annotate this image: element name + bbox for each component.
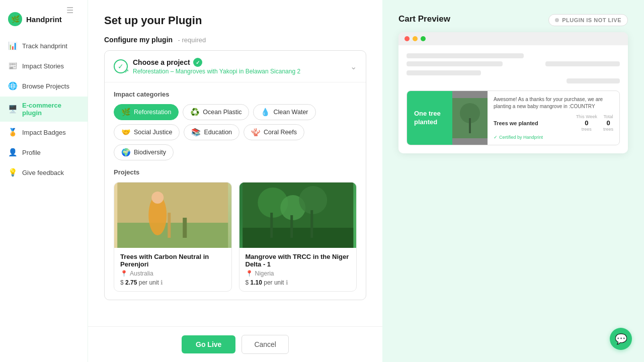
sidebar-item-browse[interactable]: 🌐 Browse Projects xyxy=(0,76,88,96)
category-chip-coral-reefs[interactable]: 🪸 Coral Reefs xyxy=(244,124,304,140)
cancel-button[interactable]: Cancel xyxy=(242,335,289,354)
choose-project-row[interactable]: ✓ ↗ Choose a project ✓ Reforestation – M… xyxy=(105,51,366,82)
coral-reefs-icon: 🪸 xyxy=(251,128,261,137)
logo-icon: 🌿 xyxy=(8,12,22,26)
logo-text: Handprint xyxy=(26,15,62,24)
cart-widget-svg xyxy=(452,98,488,138)
status-dot-icon xyxy=(555,18,559,22)
plugin-card: ✓ ↗ Choose a project ✓ Reforestation – M… xyxy=(104,50,366,300)
reforestation-icon: 🌿 xyxy=(121,108,131,117)
education-icon: 📚 xyxy=(191,128,201,137)
chat-button[interactable]: 💬 xyxy=(610,328,632,350)
sidebar-item-label-feedback: Give feedback xyxy=(22,169,64,176)
project-price-2: $ 1.10 per unit ℹ xyxy=(246,279,351,286)
category-label-coral-reefs: Coral Reefs xyxy=(264,129,297,136)
chevron-down-icon[interactable]: ⌄ xyxy=(350,62,357,71)
category-label-clean-water: Clean Water xyxy=(273,109,308,116)
project-1-svg xyxy=(114,183,231,248)
cart-widget-image xyxy=(452,91,488,145)
cart-widget-message: Awesome! As a thanks for your purchase, … xyxy=(494,96,613,110)
browser-mockup: One tree planted Awesome! As a thanks fo… xyxy=(398,32,628,153)
projects-grid: Trees with Carbon Neutral in Perenjori 📍… xyxy=(114,182,357,292)
arrow-icon: ↗ xyxy=(124,68,129,74)
browser-dot-red xyxy=(405,36,410,41)
ocean-plastic-icon: ♻️ xyxy=(190,108,200,117)
projects-section: Projects xyxy=(105,164,366,300)
feedback-icon: 💡 xyxy=(8,168,17,177)
stories-icon: 📰 xyxy=(8,61,17,70)
plugin-status-badge: PLUGIN IS NOT LIVE xyxy=(548,14,628,26)
category-chip-social-justice[interactable]: 🤝 Social Justice xyxy=(114,124,180,140)
sidebar-item-label-browse: Browse Projects xyxy=(22,82,69,90)
project-card-1[interactable]: Trees with Carbon Neutral in Perenjori 📍… xyxy=(114,182,232,292)
social-justice-icon: 🤝 xyxy=(121,128,131,137)
projects-title: Projects xyxy=(114,168,357,176)
skeleton-line-2 xyxy=(407,61,503,66)
sidebar-item-feedback[interactable]: 💡 Give feedback xyxy=(0,163,88,182)
track-icon: 📊 xyxy=(8,41,17,50)
app-logo: 🌿 Handprint ☰ xyxy=(0,8,88,36)
certified-check-icon: ✓ xyxy=(494,135,498,140)
chat-icon: 💬 xyxy=(615,333,627,345)
category-label-reforestation: Reforestation xyxy=(134,109,171,116)
location-pin-icon-1: 📍 xyxy=(120,270,128,277)
badges-icon: 🏅 xyxy=(8,128,17,137)
ecommerce-icon: 🖥️ xyxy=(8,105,17,114)
project-card-2[interactable]: Mangrove with TRCC in the Niger Delta - … xyxy=(239,182,357,292)
category-chip-clean-water[interactable]: 💧 Clean Water xyxy=(253,104,315,120)
svg-rect-11 xyxy=(270,213,273,238)
green-check-badge: ✓ xyxy=(193,58,202,67)
cart-widget-trees-label: Trees we planted xyxy=(494,120,538,126)
browser-bar xyxy=(398,32,628,45)
sidebar-item-stories[interactable]: 📰 Impact Stories xyxy=(0,56,88,75)
sidebar-item-label-badges: Impact Badges xyxy=(22,129,66,136)
browse-icon: 🌐 xyxy=(8,81,17,90)
cart-widget-footer: Trees we planted This Week 0 trees Total… xyxy=(494,114,613,132)
profile-icon: 👤 xyxy=(8,148,17,157)
project-location-1: 📍 Australia xyxy=(120,270,225,277)
sidebar-item-profile[interactable]: 👤 Profile xyxy=(0,143,88,162)
cart-widget-green-text: One tree planted xyxy=(414,110,445,127)
impact-categories-title: Impact categories xyxy=(114,90,357,98)
main-content: Set up your Plugin Configure my plugin -… xyxy=(88,0,382,326)
cart-widget-content: Awesome! As a thanks for your purchase, … xyxy=(488,91,619,145)
sidebar-item-label-ecommerce: E-commerce plugin xyxy=(22,102,79,117)
svg-rect-4 xyxy=(183,218,187,238)
category-label-education: Education xyxy=(204,129,232,136)
choose-project-title: Choose a project ✓ xyxy=(133,58,350,67)
category-chip-education[interactable]: 📚 Education xyxy=(184,124,239,140)
go-live-button[interactable]: Go Live xyxy=(182,335,235,353)
category-chip-reforestation[interactable]: 🌿 Reforestation xyxy=(114,104,179,120)
main-area: Set up your Plugin Configure my plugin -… xyxy=(88,0,382,362)
category-chip-biodiversity[interactable]: 🌍 Biodiversity xyxy=(114,144,174,160)
clean-water-icon: 💧 xyxy=(261,108,270,117)
category-chip-ocean-plastic[interactable]: ♻️ Ocean Plastic xyxy=(183,104,249,120)
skeleton-line-4 xyxy=(407,70,481,75)
total-value: 0 xyxy=(603,119,613,127)
impact-categories-section: Impact categories 🌿 Reforestation ♻️ Oce… xyxy=(105,82,366,164)
sidebar-item-label-stories: Impact Stories xyxy=(22,62,64,70)
project-image-2 xyxy=(239,183,357,248)
sidebar-item-badges[interactable]: 🏅 Impact Badges xyxy=(0,123,88,142)
sidebar-collapse-icon[interactable]: ☰ xyxy=(66,6,73,15)
choose-project-text: Choose a project ✓ Reforestation – Mangr… xyxy=(133,58,350,75)
total-label: Total xyxy=(603,114,613,119)
choose-project-check-icon: ✓ ↗ xyxy=(114,59,128,73)
cart-widget-stats: This Week 0 trees Total 0 trees xyxy=(576,114,613,132)
plugin-status-text: PLUGIN IS NOT LIVE xyxy=(562,17,621,23)
page-title: Set up your Plugin xyxy=(104,14,366,27)
svg-rect-1 xyxy=(117,223,228,248)
configure-label-row: Configure my plugin - required xyxy=(104,35,366,44)
category-label-biodiversity: Biodiversity xyxy=(134,149,166,156)
info-icon-2: ℹ xyxy=(286,279,288,286)
sidebar-item-track[interactable]: 📊 Track handprint xyxy=(0,36,88,55)
cart-widget: One tree planted Awesome! As a thanks fo… xyxy=(407,90,620,145)
project-info-1: Trees with Carbon Neutral in Perenjori 📍… xyxy=(114,248,231,291)
skeleton-line-5 xyxy=(567,78,620,83)
sidebar-item-label-profile: Profile xyxy=(22,149,41,156)
sidebar-item-label-track: Track handprint xyxy=(22,42,67,50)
svg-rect-16 xyxy=(469,118,471,133)
svg-rect-5 xyxy=(168,213,171,238)
svg-point-3 xyxy=(151,192,164,204)
sidebar-item-ecommerce[interactable]: 🖥️ E-commerce plugin xyxy=(0,97,88,122)
